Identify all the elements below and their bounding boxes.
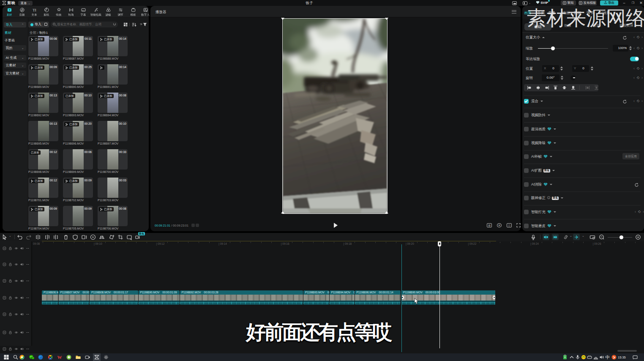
- svg-text:中: 中: [606, 355, 610, 360]
- svg-text:W: W: [57, 355, 62, 360]
- svg-text:TI: TI: [33, 8, 36, 12]
